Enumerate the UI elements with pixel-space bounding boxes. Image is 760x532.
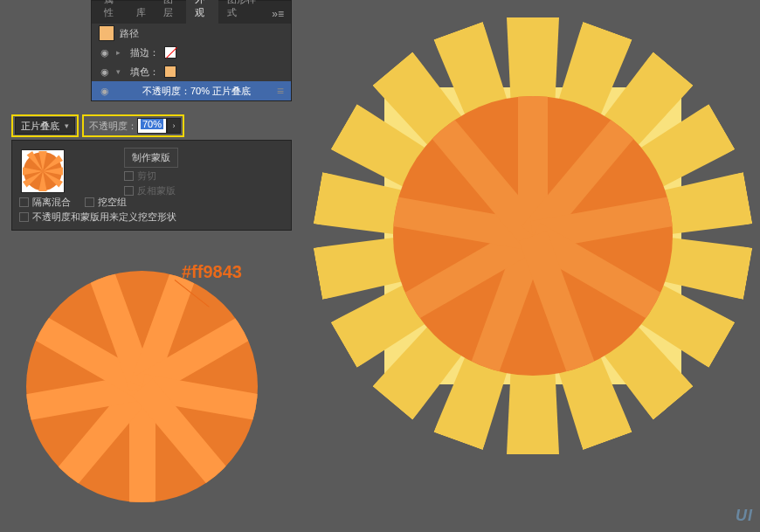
expand-caret-icon[interactable]: ▸ (116, 48, 125, 57)
opacity-row[interactable]: ◉ 不透明度：70% 正片叠底 ≡ (92, 81, 291, 100)
isolate-label: 隔离混合 (32, 196, 71, 209)
blend-mode-select[interactable]: 正片叠底 ▾ (15, 117, 75, 135)
tab-layers[interactable]: 图层 (155, 0, 187, 24)
sun-artwork[interactable] (314, 17, 751, 454)
fill-swatch[interactable] (164, 66, 176, 78)
highlight-box-blendmode: 正片叠底 ▾ (11, 114, 79, 137)
stroke-swatch-none[interactable] (164, 46, 176, 59)
opacity-step-button[interactable]: › (167, 118, 181, 134)
checkbox (124, 171, 134, 181)
object-row: 路径 (92, 24, 291, 43)
visibility-eye-icon[interactable]: ◉ (99, 66, 111, 78)
define-knockout-label: 不透明度和蒙版用来定义挖空形状 (32, 211, 176, 224)
knockout-label: 挖空组 (98, 196, 127, 209)
visibility-eye-icon[interactable]: ◉ (99, 47, 111, 59)
tab-properties[interactable]: 属性 (95, 0, 128, 24)
mask-bottom-options: 隔离混合 挖空组 不透明度和蒙版用来定义挖空形状 (19, 195, 176, 225)
panel-menu-icon[interactable]: »≡ (265, 4, 291, 24)
object-thumbnail[interactable] (21, 149, 65, 193)
tab-appearance[interactable]: 外观 (186, 0, 218, 24)
sun-center-circle (393, 96, 673, 376)
opacity-input[interactable]: 70% (137, 118, 167, 134)
highlight-box-opacity: 不透明度： 70% › (82, 114, 184, 137)
stroke-label: 描边： (130, 46, 159, 59)
fill-row[interactable]: ◉ ▾ 填色： (92, 62, 291, 81)
panel-tabs: 属性 库 图层 外观 图形样式 »≡ (92, 1, 291, 24)
blend-opacity-bar: 正片叠底 ▾ 不透明度： 70% › (11, 114, 292, 138)
blend-mode-value: 正片叠底 (21, 120, 59, 133)
orange-sunburst-circle[interactable] (26, 271, 258, 502)
appearance-panel: 属性 库 图层 外观 图形样式 »≡ 路径 ◉ ▸ 描边： ◉ ▾ 填色： ◉ … (91, 0, 292, 101)
tab-graphic-styles[interactable]: 图形样式 (218, 0, 265, 24)
checkbox-define-knockout[interactable] (19, 212, 29, 222)
clip-label: 剪切 (137, 169, 156, 183)
row-menu-icon[interactable]: ≡ (277, 84, 284, 98)
mask-disabled-options: 剪切 反相蒙版 (124, 169, 176, 198)
checkbox-isolate[interactable] (19, 197, 29, 207)
transparency-mask-panel: 制作蒙版 剪切 反相蒙版 隔离混合 挖空组 不透明度和蒙版用来定义挖空形状 (11, 140, 292, 231)
artboard[interactable] (297, 0, 760, 532)
dropdown-caret-icon: ▾ (65, 121, 69, 130)
tab-library[interactable]: 库 (128, 2, 155, 24)
object-type-label: 路径 (120, 27, 139, 40)
make-mask-button[interactable]: 制作蒙版 (124, 148, 178, 168)
hex-color-label: #ff9843 (182, 262, 242, 282)
fill-label: 填色： (130, 66, 159, 79)
checkbox-knockout[interactable] (85, 197, 94, 207)
opacity-line-label: 不透明度：70% 正片叠底 (142, 85, 251, 98)
expand-caret-icon[interactable]: ▾ (116, 67, 125, 76)
object-swatch (99, 25, 114, 41)
stroke-row[interactable]: ◉ ▸ 描边： (92, 43, 291, 62)
visibility-eye-icon[interactable]: ◉ (99, 86, 111, 97)
watermark: UI (736, 507, 753, 525)
opacity-label: 不透明度： (89, 120, 137, 133)
